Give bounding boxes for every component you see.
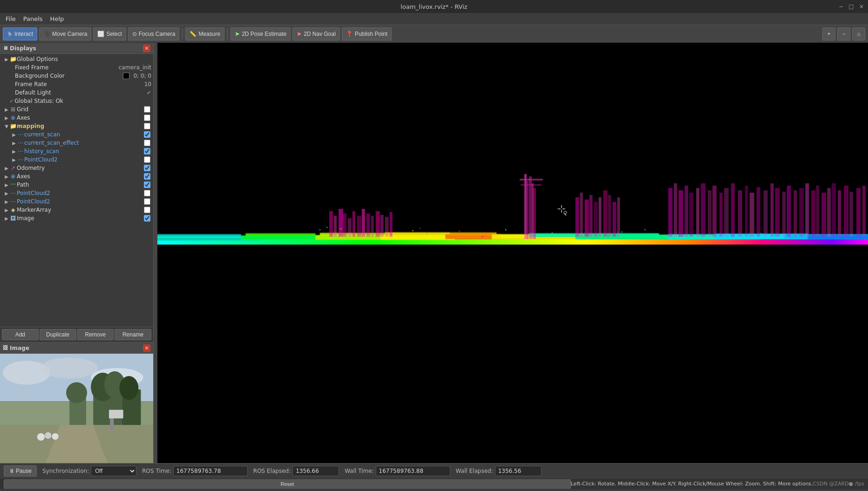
- svg-point-116: [644, 229, 646, 230]
- tree-arrow-axes-1[interactable]: ▶: [4, 115, 9, 121]
- checkbox-axes-2[interactable]: [144, 173, 150, 180]
- checkbox-grid[interactable]: [144, 106, 150, 113]
- tree-arrow-history-scan[interactable]: ▶: [11, 149, 17, 154]
- tree-item-global-status[interactable]: ✓ Global Status: Ok: [0, 97, 153, 105]
- tree-item-odometry[interactable]: ▶ ↗ Odometry: [0, 164, 153, 172]
- checkbox-path[interactable]: [144, 182, 150, 188]
- checkbox-pc2-2[interactable]: [144, 198, 150, 205]
- svg-rect-49: [376, 211, 380, 237]
- tree-item-path[interactable]: ▶ 〰 Path: [0, 181, 153, 189]
- tree-item-axes-2[interactable]: ▶ ⊕ Axes: [0, 172, 153, 181]
- tree-arrow-mapping[interactable]: ▼: [4, 124, 9, 129]
- svg-point-3: [41, 357, 98, 378]
- checkbox-odometry[interactable]: [144, 165, 150, 171]
- checkbox-scan-effect[interactable]: [144, 140, 150, 146]
- focus-camera-button[interactable]: ⊙ Focus Camera: [128, 27, 180, 40]
- svg-rect-66: [603, 190, 607, 237]
- menu-panels[interactable]: Panels: [20, 14, 47, 23]
- menu-file[interactable]: File: [2, 14, 20, 23]
- svg-point-119: [807, 231, 808, 233]
- tree-arrow-axes-2[interactable]: ▶: [4, 174, 9, 179]
- tree-arrow-pc2-1[interactable]: ▶: [4, 191, 9, 196]
- tree-arrow-pc2-2[interactable]: ▶: [4, 199, 9, 204]
- svg-rect-71: [674, 183, 677, 237]
- svg-rect-85: [757, 187, 760, 237]
- focus-camera-icon: ⊙: [132, 31, 137, 37]
- svg-rect-45: [357, 216, 361, 237]
- svg-point-114: [551, 232, 553, 234]
- displays-panel-close[interactable]: ×: [143, 45, 150, 52]
- checkbox-history-scan[interactable]: [144, 148, 150, 155]
- zoom-in-button[interactable]: +: [822, 27, 835, 40]
- svg-point-18: [52, 433, 58, 440]
- tree-arrow-scan-effect[interactable]: ▶: [11, 141, 17, 146]
- tree-arrow-global-options[interactable]: ▶: [4, 57, 9, 62]
- minimize-button[interactable]: −: [836, 2, 846, 11]
- tree-item-marker-array[interactable]: ▶ ◈ MarkerArray: [0, 206, 153, 214]
- tree-item-mapping[interactable]: ▼ 📁 mapping: [0, 122, 153, 130]
- tree-arrow-grid[interactable]: ▶: [4, 107, 9, 112]
- odometry-icon: ↗: [9, 165, 17, 171]
- interact-button[interactable]: 🖱 Interact: [3, 27, 37, 40]
- measure-button[interactable]: 📏 Measure: [185, 27, 224, 40]
- tree-arrow-odometry[interactable]: ▶: [4, 166, 9, 171]
- svg-rect-42: [343, 214, 346, 237]
- color-swatch-bg[interactable]: [123, 73, 129, 79]
- tree-arrow-current-scan[interactable]: ▶: [11, 132, 17, 137]
- sync-select[interactable]: Off Exact Approximate: [91, 466, 136, 476]
- tree-item-pointcloud2-1[interactable]: ▶ ⋯ PointCloud2: [0, 189, 153, 197]
- 2d-pose-estimate-button[interactable]: ➤ 2D Pose Estimate: [231, 27, 291, 40]
- add-button[interactable]: Add: [2, 329, 39, 340]
- displays-panel-header: 🖥 Displays ×: [0, 43, 153, 54]
- svg-point-110: [426, 233, 427, 234]
- 2d-nav-goal-button[interactable]: ➤ 2D Nav Goal: [292, 27, 340, 40]
- publish-point-button[interactable]: 📍 Publish Point: [342, 27, 392, 40]
- select-button[interactable]: ⬜ Select: [93, 27, 126, 40]
- tree-item-axes-1[interactable]: ▶ ⊕ Axes: [0, 114, 153, 122]
- checkbox-current-scan[interactable]: [144, 131, 150, 138]
- svg-rect-56: [532, 183, 534, 239]
- zoom-out-button[interactable]: −: [837, 27, 850, 40]
- image-panel-close[interactable]: ×: [143, 344, 150, 352]
- tree-item-history-scan[interactable]: ▶ ⋯ history_scan: [0, 147, 153, 155]
- checkbox-pc2-1[interactable]: [144, 190, 150, 196]
- svg-rect-43: [348, 218, 352, 237]
- plus-icon: +: [827, 31, 830, 37]
- checkbox-pc2-mapping[interactable]: [144, 156, 150, 163]
- 3d-viewport[interactable]: [157, 43, 868, 463]
- rename-button[interactable]: Rename: [115, 329, 151, 340]
- svg-rect-99: [838, 190, 841, 237]
- home-view-button[interactable]: ⌂: [852, 27, 865, 40]
- svg-point-106: [333, 232, 334, 233]
- tree-arrow-image-display[interactable]: ▶: [4, 216, 9, 221]
- value-fixed-frame[interactable]: camera_init: [119, 64, 151, 71]
- tree-arrow-pc2-mapping[interactable]: ▶: [11, 157, 17, 162]
- menu-help[interactable]: Help: [47, 14, 68, 23]
- tree-item-image-display[interactable]: ▶ 🖼 Image: [0, 214, 153, 222]
- close-button[interactable]: ×: [857, 2, 866, 11]
- svg-rect-61: [580, 193, 583, 237]
- time-panel: ⏸ Pause Synchronization: Off Exact Appro…: [0, 463, 868, 478]
- duplicate-button[interactable]: Duplicate: [40, 329, 76, 340]
- checkbox-marker-array[interactable]: [144, 207, 150, 213]
- remove-button[interactable]: Remove: [77, 329, 114, 340]
- move-camera-button[interactable]: 🎥 Move Camera: [39, 27, 91, 40]
- svg-point-115: [621, 231, 623, 233]
- tree-item-global-options[interactable]: ▶ 📁 Global Options: [0, 55, 153, 63]
- tree-item-pointcloud2-mapping[interactable]: ▶ ⋯ PointCloud2: [0, 155, 153, 164]
- tree-arrow-path[interactable]: ▶: [4, 182, 9, 188]
- tree-item-pointcloud2-2[interactable]: ▶ ⋯ PointCloud2: [0, 197, 153, 206]
- resize-handle[interactable]: [154, 43, 157, 463]
- pause-button[interactable]: ⏸ Pause: [4, 465, 37, 477]
- ros-elapsed-value: 1356.66: [292, 466, 339, 476]
- tree-arrow-marker-array[interactable]: ▶: [4, 208, 9, 213]
- value-frame-rate[interactable]: 10: [144, 81, 151, 87]
- checkbox-image-display[interactable]: [144, 215, 150, 222]
- tree-item-current-scan-effect[interactable]: ▶ ⋯ current_scan_effect: [0, 139, 153, 147]
- tree-item-grid[interactable]: ▶ ⊞ Grid: [0, 105, 153, 114]
- maximize-button[interactable]: □: [847, 2, 856, 11]
- checkbox-axes-1[interactable]: [144, 114, 150, 121]
- checkbox-mapping[interactable]: [144, 123, 150, 129]
- tree-item-current-scan[interactable]: ▶ ⋯ current_scan: [0, 130, 153, 139]
- reset-button[interactable]: Reset: [4, 479, 571, 489]
